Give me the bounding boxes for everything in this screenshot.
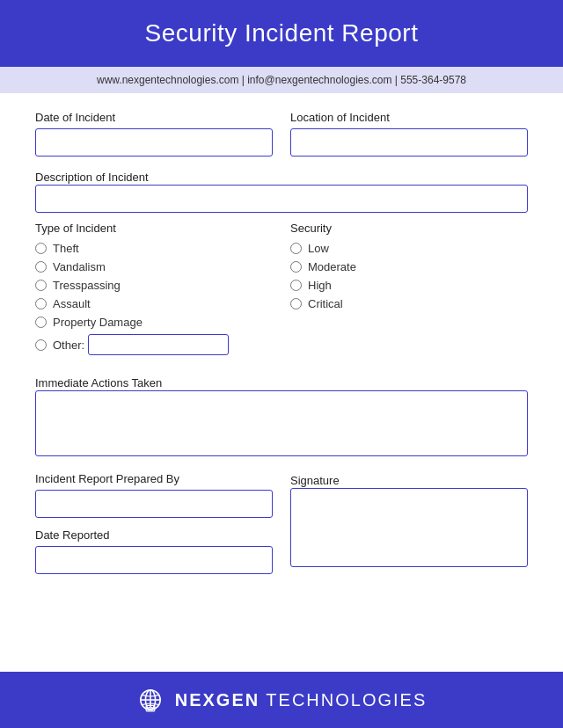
contact-info: www.nexgentechnologies.com | info@nexgen…: [97, 74, 466, 86]
radio-high: High: [290, 279, 528, 292]
svg-rect-8: [151, 709, 153, 710]
radio-critical-label: Critical: [308, 297, 343, 310]
type-of-incident-group: Type of Incident Theft Vandalism Tresspa…: [35, 222, 273, 360]
svg-rect-6: [151, 707, 153, 709]
globe-icon: [136, 686, 165, 714]
location-of-incident-input[interactable]: [290, 128, 528, 157]
description-input[interactable]: [35, 185, 528, 213]
radio-moderate-label: Moderate: [308, 260, 356, 273]
radio-vandalism: Vandalism: [35, 260, 273, 273]
subheader: www.nexgentechnologies.com | info@nexgen…: [0, 67, 563, 93]
location-of-incident-label: Location of Incident: [290, 111, 528, 124]
radio-moderate-input[interactable]: [290, 261, 302, 273]
svg-rect-5: [148, 707, 150, 709]
page-title: Security Incident Report: [18, 19, 545, 47]
footer-company-light: TECHNOLOGIES: [260, 690, 427, 710]
radio-vandalism-label: Vandalism: [53, 260, 106, 273]
date-reported-label: Date Reported: [35, 528, 273, 542]
radio-section: Type of Incident Theft Vandalism Tresspa…: [35, 222, 528, 360]
footer: NEXGEN TECHNOLOGIES: [0, 672, 563, 728]
radio-critical-input[interactable]: [290, 298, 302, 309]
prepared-by-section: Incident Report Prepared By Date Reporte…: [35, 472, 273, 574]
date-reported-group: Date Reported: [35, 528, 273, 574]
radio-property-damage-label: Property Damage: [53, 316, 143, 329]
radio-high-label: High: [308, 279, 332, 292]
description-label: Description of Incident: [35, 171, 149, 184]
radio-other-label: Other:: [53, 339, 84, 352]
date-of-incident-label: Date of Incident: [35, 111, 273, 124]
type-of-incident-label: Type of Incident: [35, 222, 273, 235]
radio-low-input[interactable]: [290, 243, 302, 254]
immediate-actions-label: Immediate Actions Taken: [35, 376, 162, 389]
radio-assault: Assault: [35, 297, 273, 310]
radio-theft-label: Theft: [53, 242, 79, 255]
other-text-input[interactable]: [88, 334, 229, 355]
radio-tresspassing-label: Tresspassing: [53, 279, 121, 292]
radio-property-damage: Property Damage: [35, 316, 273, 329]
header: Security Incident Report: [0, 0, 563, 67]
signature-section: Signature: [290, 472, 528, 574]
radio-tresspassing-input[interactable]: [35, 280, 47, 291]
form-content: Date of Incident Location of Incident De…: [0, 93, 563, 672]
immediate-actions-group: Immediate Actions Taken: [35, 375, 528, 460]
bottom-section: Incident Report Prepared By Date Reporte…: [35, 472, 528, 574]
radio-other-input[interactable]: [35, 339, 47, 351]
radio-theft: Theft: [35, 242, 273, 255]
signature-label: Signature: [290, 474, 340, 487]
date-location-row: Date of Incident Location of Incident: [35, 111, 528, 157]
radio-theft-input[interactable]: [35, 243, 47, 254]
radio-other-row: Other:: [35, 334, 273, 355]
svg-rect-7: [148, 709, 150, 710]
date-reported-input[interactable]: [35, 546, 273, 574]
footer-company-bold: NEXGEN: [175, 690, 260, 710]
prepared-by-group: Incident Report Prepared By: [35, 472, 273, 518]
page: Security Incident Report www.nexgentechn…: [0, 0, 563, 728]
radio-property-damage-input[interactable]: [35, 317, 47, 328]
radio-vandalism-input[interactable]: [35, 261, 47, 273]
location-of-incident-group: Location of Incident: [290, 111, 528, 157]
radio-high-input[interactable]: [290, 280, 302, 291]
radio-moderate: Moderate: [290, 260, 528, 273]
radio-low-label: Low: [308, 242, 329, 255]
security-label: Security: [290, 222, 528, 235]
prepared-by-label: Incident Report Prepared By: [35, 472, 273, 485]
description-group: Description of Incident: [35, 169, 528, 213]
radio-assault-input[interactable]: [35, 298, 47, 309]
radio-critical: Critical: [290, 297, 528, 310]
date-of-incident-group: Date of Incident: [35, 111, 273, 157]
radio-assault-label: Assault: [53, 297, 91, 310]
radio-tresspassing: Tresspassing: [35, 279, 273, 292]
date-of-incident-input[interactable]: [35, 128, 273, 157]
footer-company-name: NEXGEN TECHNOLOGIES: [175, 690, 428, 710]
radio-low: Low: [290, 242, 528, 255]
signature-box[interactable]: [290, 488, 528, 567]
prepared-by-input[interactable]: [35, 490, 273, 518]
immediate-actions-textarea[interactable]: [35, 390, 528, 456]
security-group: Security Low Moderate High Critical: [290, 222, 528, 360]
